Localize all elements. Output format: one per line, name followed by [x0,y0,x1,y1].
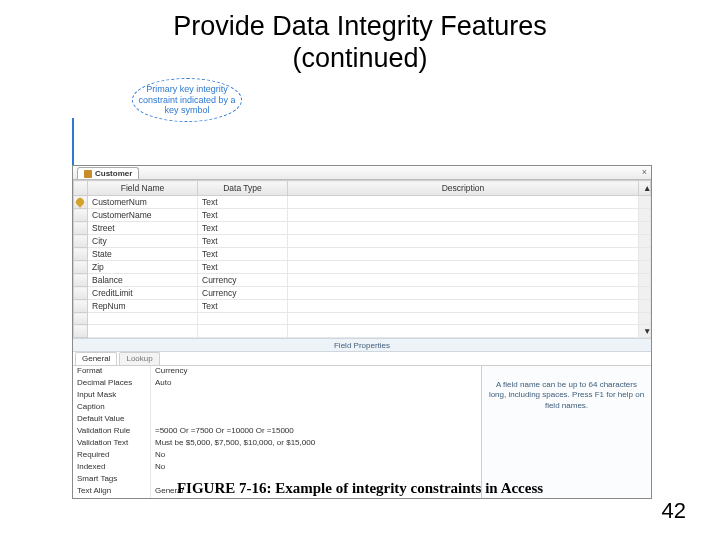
cell-field-name[interactable]: CustomerName [88,209,198,222]
table-row[interactable]: CityText [74,235,651,248]
field-properties-bar: Field Properties [73,338,651,352]
help-text: A field name can be up to 64 characters … [489,380,644,410]
object-tab-customer[interactable]: Customer [77,167,139,179]
figure-caption: FIGURE 7-16: Example of integrity constr… [0,480,720,497]
table-row[interactable]: RepNumText [74,300,651,313]
cell-field-name[interactable]: Zip [88,261,198,274]
table-row[interactable]: CustomerNumText [74,196,651,209]
row-selector[interactable] [74,248,88,261]
cell-data-type[interactable]: Text [198,209,288,222]
property-row[interactable]: FormatCurrency [73,366,481,378]
table-icon [84,170,92,178]
property-row[interactable]: Decimal PlacesAuto [73,378,481,390]
property-value[interactable] [151,414,481,426]
table-row[interactable] [74,313,651,325]
property-row[interactable]: RequiredNo [73,450,481,462]
cell-field-name[interactable]: State [88,248,198,261]
property-tabs: General Lookup [73,352,651,366]
property-row[interactable]: Caption [73,402,481,414]
property-row[interactable]: Validation TextMust be $5,000, $7,500, $… [73,438,481,450]
cell-field-name[interactable]: Street [88,222,198,235]
cell-data-type[interactable]: Text [198,248,288,261]
cell-description[interactable] [288,248,639,261]
cell-description[interactable] [288,261,639,274]
scrollbar-track [639,313,651,325]
cell-data-type[interactable]: Text [198,235,288,248]
property-value[interactable]: Currency [151,366,481,378]
cell-description[interactable] [288,300,639,313]
col-field-name[interactable]: Field Name [88,181,198,196]
row-selector[interactable] [74,300,88,313]
property-value[interactable]: No [151,450,481,462]
cell-description[interactable] [288,222,639,235]
table-row[interactable]: CreditLimitCurrency [74,287,651,300]
tab-general[interactable]: General [75,352,117,365]
cell-field-name[interactable]: Balance [88,274,198,287]
property-value[interactable] [151,390,481,402]
cell-field-name[interactable]: City [88,235,198,248]
cell-data-type[interactable]: Currency [198,274,288,287]
row-selector[interactable] [74,313,88,325]
access-window: Customer × Field Name Data Type Descript… [72,165,652,499]
cell-data-type[interactable]: Currency [198,287,288,300]
row-selector[interactable] [74,235,88,248]
cell-description[interactable] [288,287,639,300]
slide-title: Provide Data Integrity Features (continu… [0,10,720,75]
property-value[interactable]: Auto [151,378,481,390]
cell-field-name[interactable]: RepNum [88,300,198,313]
scroll-up-button[interactable]: ▲ [639,181,651,196]
property-label: Indexed [73,462,151,474]
row-selector[interactable] [74,261,88,274]
row-selector[interactable] [74,325,88,338]
cell-data-type[interactable]: Text [198,300,288,313]
cell-data-type[interactable] [198,313,288,325]
col-description[interactable]: Description [288,181,639,196]
row-selector[interactable] [74,222,88,235]
tab-lookup[interactable]: Lookup [119,352,159,365]
cell-description[interactable] [288,196,639,209]
property-row[interactable]: Input Mask [73,390,481,402]
scrollbar-track [639,287,651,300]
table-row[interactable]: BalanceCurrency [74,274,651,287]
cell-data-type[interactable]: Text [198,261,288,274]
table-row[interactable]: ▼ [74,325,651,338]
scroll-down-button[interactable]: ▼ [639,325,651,338]
grid-header-row: Field Name Data Type Description ▲ [74,181,651,196]
cell-description[interactable] [288,209,639,222]
cell-data-type[interactable] [198,325,288,338]
cell-field-name[interactable] [88,313,198,325]
col-data-type[interactable]: Data Type [198,181,288,196]
row-selector[interactable] [74,274,88,287]
property-label: Required [73,450,151,462]
tab-label: Customer [95,169,132,178]
row-selector[interactable] [74,209,88,222]
property-label: Decimal Places [73,378,151,390]
property-row[interactable]: Default Value [73,414,481,426]
scrollbar-track [639,235,651,248]
property-value[interactable]: Must be $5,000, $7,500, $10,000, or $15,… [151,438,481,450]
cell-field-name[interactable]: CreditLimit [88,287,198,300]
property-value[interactable] [151,402,481,414]
property-value[interactable]: =5000 Or =7500 Or =10000 Or =15000 [151,426,481,438]
scrollbar-track [639,274,651,287]
cell-description[interactable] [288,325,639,338]
cell-description[interactable] [288,313,639,325]
primary-key-icon[interactable] [74,196,88,209]
row-selector[interactable] [74,287,88,300]
table-row[interactable]: StateText [74,248,651,261]
cell-description[interactable] [288,274,639,287]
cell-field-name[interactable] [88,325,198,338]
table-row[interactable]: StreetText [74,222,651,235]
table-row[interactable]: ZipText [74,261,651,274]
cell-data-type[interactable]: Text [198,222,288,235]
property-row[interactable]: Validation Rule=5000 Or =7500 Or =10000 … [73,426,481,438]
property-value[interactable]: No [151,462,481,474]
cell-data-type[interactable]: Text [198,196,288,209]
cell-description[interactable] [288,235,639,248]
cell-field-name[interactable]: CustomerNum [88,196,198,209]
property-label: Default Value [73,414,151,426]
property-row[interactable]: IndexedNo [73,462,481,474]
help-pane: A field name can be up to 64 characters … [481,366,651,498]
tab-close-button[interactable]: × [642,167,647,177]
table-row[interactable]: CustomerNameText [74,209,651,222]
